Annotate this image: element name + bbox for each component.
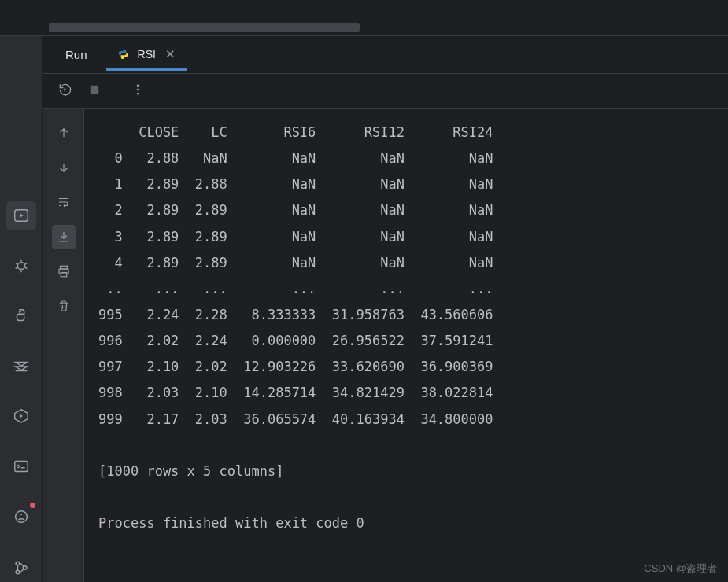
- python-console-icon[interactable]: [6, 301, 36, 330]
- toolbar-divider: [116, 83, 116, 100]
- close-icon[interactable]: ✕: [165, 47, 176, 61]
- run-toolbar: [43, 74, 728, 109]
- run-tool-icon[interactable]: [6, 201, 36, 230]
- content-area: Run RSI ✕: [43, 36, 728, 582]
- horizontal-scrollbar[interactable]: [49, 23, 360, 32]
- svg-point-2: [19, 311, 20, 312]
- vcs-icon[interactable]: [6, 553, 36, 582]
- down-arrow-icon[interactable]: [52, 156, 76, 179]
- watermark: CSDN @盗理者: [644, 562, 717, 576]
- svg-rect-3: [15, 462, 28, 472]
- run-tab-bar: Run RSI ✕: [43, 36, 728, 74]
- svg-point-7: [23, 565, 27, 569]
- svg-point-1: [17, 262, 24, 269]
- tab-run-config[interactable]: RSI ✕: [106, 39, 187, 71]
- svg-point-10: [137, 88, 139, 90]
- svg-point-11: [137, 93, 139, 94]
- rerun-button[interactable]: [57, 82, 73, 101]
- svg-point-5: [16, 562, 20, 565]
- scroll-to-end-icon[interactable]: [52, 225, 76, 249]
- editor-top-area: [0, 0, 728, 36]
- trash-icon[interactable]: [52, 294, 76, 318]
- svg-rect-8: [91, 85, 99, 94]
- svg-point-9: [137, 84, 139, 86]
- debug-tool-icon[interactable]: [6, 252, 36, 281]
- stop-button[interactable]: [87, 83, 102, 100]
- run-anything-icon[interactable]: [6, 402, 36, 431]
- run-body: CLOSE LC RSI6 RSI12 RSI24 0 2.88 NaN NaN…: [43, 109, 728, 582]
- tab-file-label: RSI: [138, 48, 156, 61]
- up-arrow-icon[interactable]: [52, 121, 76, 145]
- soft-wrap-icon[interactable]: [52, 190, 76, 214]
- services-icon[interactable]: [6, 352, 36, 381]
- python-file-icon: [117, 48, 130, 61]
- svg-point-6: [16, 570, 20, 574]
- terminal-icon[interactable]: [6, 452, 36, 481]
- main-layout: Run RSI ✕: [0, 36, 728, 582]
- run-gutter: [43, 109, 84, 582]
- run-panel-label: Run: [59, 40, 94, 69]
- svg-point-4: [16, 511, 28, 523]
- console-output[interactable]: CLOSE LC RSI6 RSI12 RSI24 0 2.88 NaN NaN…: [84, 109, 728, 582]
- more-icon[interactable]: [131, 83, 145, 100]
- left-tool-rail: [0, 36, 43, 582]
- print-icon[interactable]: [52, 260, 76, 283]
- svg-rect-14: [61, 273, 67, 277]
